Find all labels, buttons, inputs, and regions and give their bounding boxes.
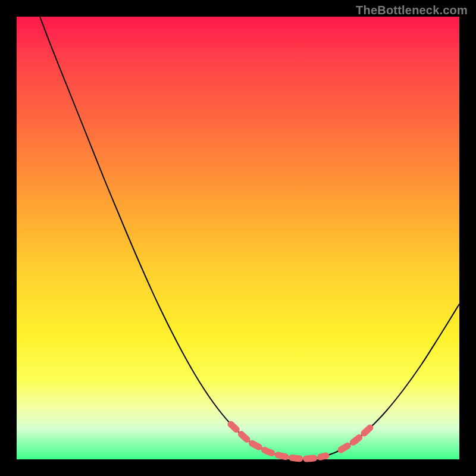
right-slope-highlight <box>341 427 371 450</box>
valley-floor-highlight <box>231 424 326 459</box>
attribution-text: TheBottleneck.com <box>356 4 468 17</box>
plot-area <box>17 17 459 459</box>
plot-svg <box>17 17 459 459</box>
bottleneck-curve <box>40 17 459 459</box>
